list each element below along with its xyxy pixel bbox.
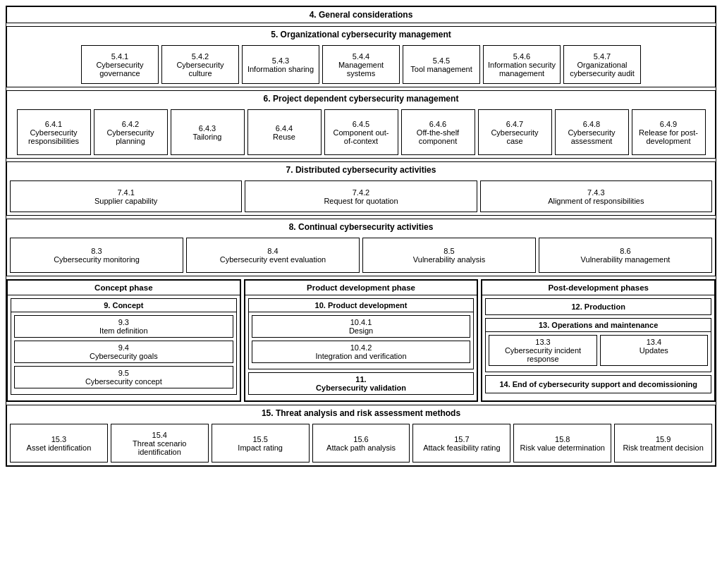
- sec7-item: 7.4.2Request for quotation: [245, 180, 477, 212]
- product-subsection: 10. Product development 10.4.1Design10.4…: [248, 298, 475, 369]
- sec6-item: 6.4.9Release for post-development: [632, 109, 706, 155]
- section-8: 8. Continual cybersecurity activities 8.…: [6, 219, 716, 276]
- concept-item: 9.4Cybersecurity goals: [14, 341, 233, 363]
- section-5: 5. Organizational cybersecurity manageme…: [6, 26, 716, 87]
- sec8-item: 8.5Vulnerability analysis: [362, 238, 536, 273]
- validation-subsection: 11. Cybersecurity validation: [248, 372, 475, 395]
- post-phase-header: Post-development phases: [482, 281, 714, 295]
- sec6-items: 6.4.1Cybersecurity responsibilities6.4.2…: [7, 106, 715, 158]
- sec5-item: 5.4.5Tool management: [403, 45, 480, 84]
- sec8-title: 8. Continual cybersecurity activities: [7, 219, 715, 235]
- sec15-item: 15.7Attack feasibility rating: [412, 424, 510, 463]
- sec15-item: 15.9Risk treatment decision: [614, 424, 712, 463]
- ops-item: 13.4Updates: [600, 335, 708, 366]
- product-phase-header: Product development phase: [245, 281, 477, 295]
- sec5-item: 5.4.1Cybersecurity governance: [81, 45, 159, 84]
- sec5-items: 5.4.1Cybersecurity governance5.4.2Cybers…: [7, 42, 715, 87]
- production-label: 12. Production: [486, 299, 711, 314]
- sec5-item: 5.4.3Information sharing: [242, 45, 319, 84]
- product-item: 10.4.2Integration and verification: [252, 341, 471, 363]
- concept-sub-title: 9. Concept: [11, 299, 236, 312]
- section-15: 15. Threat analysis and risk assessment …: [6, 405, 716, 466]
- sec7-title: 7. Distributed cybersecurity activities: [7, 162, 715, 178]
- concept-item: 9.3Item definition: [14, 315, 233, 338]
- sec8-item: 8.6Vulnerability management: [539, 238, 712, 273]
- sec5-item: 5.4.2Cybersecurity culture: [161, 45, 239, 84]
- sec8-items: 8.3Cybersecurity monitoring8.4Cybersecur…: [7, 235, 715, 276]
- phases-row: Concept phase 9. Concept 9.3Item definit…: [6, 279, 716, 402]
- sec6-item: 6.4.2Cybersecurity planning: [94, 109, 168, 155]
- section-6: 6. Project dependent cybersecurity manag…: [6, 90, 716, 159]
- sec15-item: 15.5Impact rating: [212, 424, 310, 463]
- product-item: 10.4.1Design: [252, 315, 471, 338]
- sec5-item: 5.4.7Organizational cybersecurity audit: [563, 45, 641, 84]
- concept-item: 9.5Cybersecurity concept: [14, 366, 233, 388]
- sec6-item: 6.4.3Tailoring: [171, 109, 245, 155]
- sec6-item: 6.4.1Cybersecurity responsibilities: [17, 109, 91, 155]
- post-phase: Post-development phases 12. Production 1…: [481, 279, 716, 402]
- ops-subsection: 13. Operations and maintenance 13.3Cyber…: [485, 318, 711, 372]
- sec7-item: 7.4.1Supplier capability: [10, 180, 242, 212]
- end-label: 14. End of cybersecurity support and dec…: [486, 376, 711, 393]
- sec7-item: 7.4.3Alignment of responsibilities: [480, 180, 712, 212]
- sec15-items: 15.3Asset identification15.4Threat scena…: [7, 421, 715, 465]
- ops-item: 13.3Cybersecurity incident response: [489, 335, 596, 366]
- sec4-title: 4. General considerations: [7, 7, 715, 23]
- product-items: 10.4.1Design10.4.2Integration and verifi…: [249, 312, 474, 369]
- sec15-item: 15.4Threat scenario identification: [111, 424, 209, 463]
- concept-items: 9.3Item definition9.4Cybersecurity goals…: [11, 312, 236, 394]
- ops-label: 13. Operations and maintenance: [486, 319, 711, 332]
- concept-subsection: 9. Concept 9.3Item definition9.4Cybersec…: [11, 298, 237, 395]
- section-4: 4. General considerations: [6, 6, 716, 23]
- concept-phase: Concept phase 9. Concept 9.3Item definit…: [6, 279, 241, 402]
- sec15-title: 15. Threat analysis and risk assessment …: [7, 405, 715, 421]
- validation-text: Cybersecurity validation: [316, 384, 406, 392]
- end-subsection: 14. End of cybersecurity support and dec…: [485, 375, 711, 393]
- ops-items: 13.3Cybersecurity incident response13.4U…: [486, 332, 711, 372]
- product-sub-title: 10. Product development: [249, 299, 474, 312]
- sec6-item: 6.4.4Reuse: [247, 109, 322, 155]
- concept-phase-inner: 9. Concept 9.3Item definition9.4Cybersec…: [8, 295, 240, 400]
- sec6-item: 6.4.8Cybersecurity assessment: [555, 109, 629, 155]
- product-phase-inner: 10. Product development 10.4.1Design10.4…: [245, 295, 477, 400]
- production-subsection: 12. Production: [485, 298, 711, 315]
- validation-label: 11. Cybersecurity validation: [249, 373, 474, 394]
- concept-phase-header: Concept phase: [8, 281, 240, 295]
- validation-num: 11.: [355, 375, 366, 384]
- sec5-item: 5.4.6Information security management: [483, 45, 561, 84]
- sec7-items: 7.4.1Supplier capability7.4.2Request for…: [7, 178, 715, 215]
- sec5-title: 5. Organizational cybersecurity manageme…: [7, 27, 715, 42]
- sec15-item: 15.6Attack path analysis: [312, 424, 410, 463]
- sec15-item: 15.3Asset identification: [10, 424, 108, 463]
- sec6-item: 6.4.5Component out-of-context: [324, 109, 398, 155]
- sec6-item: 6.4.7Cybersecurity case: [478, 109, 552, 155]
- sec8-item: 8.3Cybersecurity monitoring: [10, 238, 183, 273]
- section-7: 7. Distributed cybersecurity activities …: [6, 161, 716, 216]
- sec15-item: 15.8Risk value determination: [513, 424, 611, 463]
- post-phase-inner: 12. Production 13. Operations and mainte…: [482, 295, 714, 399]
- sec8-item: 8.4Cybersecurity event evaluation: [186, 238, 360, 273]
- sec6-title: 6. Project dependent cybersecurity manag…: [7, 91, 715, 106]
- sec6-item: 6.4.6Off-the-shelf component: [401, 109, 475, 155]
- product-phase: Product development phase 10. Product de…: [244, 279, 479, 402]
- sec5-item: 5.4.4Management systems: [322, 45, 400, 84]
